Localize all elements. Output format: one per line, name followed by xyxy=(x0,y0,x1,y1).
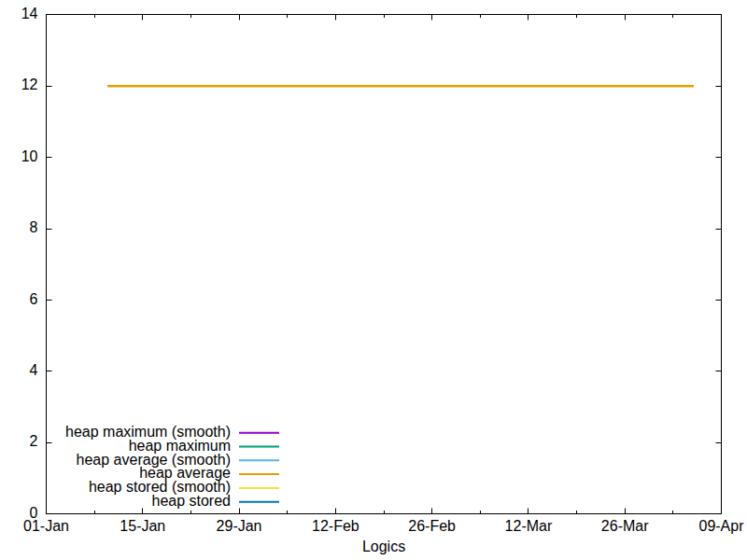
svg-text:26-Feb: 26-Feb xyxy=(408,518,456,534)
svg-text:12-Mar: 12-Mar xyxy=(505,518,553,534)
svg-text:10: 10 xyxy=(21,148,38,164)
svg-text:15-Jan: 15-Jan xyxy=(120,518,165,534)
svg-text:6: 6 xyxy=(30,291,38,307)
svg-text:2: 2 xyxy=(30,433,38,449)
svg-text:26-Mar: 26-Mar xyxy=(601,518,649,534)
svg-text:29-Jan: 29-Jan xyxy=(217,518,262,534)
svg-text:Logics: Logics xyxy=(362,539,405,554)
svg-text:01-Jan: 01-Jan xyxy=(23,518,69,534)
svg-text:12-Feb: 12-Feb xyxy=(312,518,359,534)
svg-text:8: 8 xyxy=(30,219,38,235)
svg-text:12: 12 xyxy=(21,77,38,92)
svg-text:09-Apr: 09-Apr xyxy=(698,518,744,534)
svg-text:heap stored: heap stored xyxy=(151,493,231,509)
svg-text:14: 14 xyxy=(21,6,38,21)
svg-text:4: 4 xyxy=(30,362,38,378)
